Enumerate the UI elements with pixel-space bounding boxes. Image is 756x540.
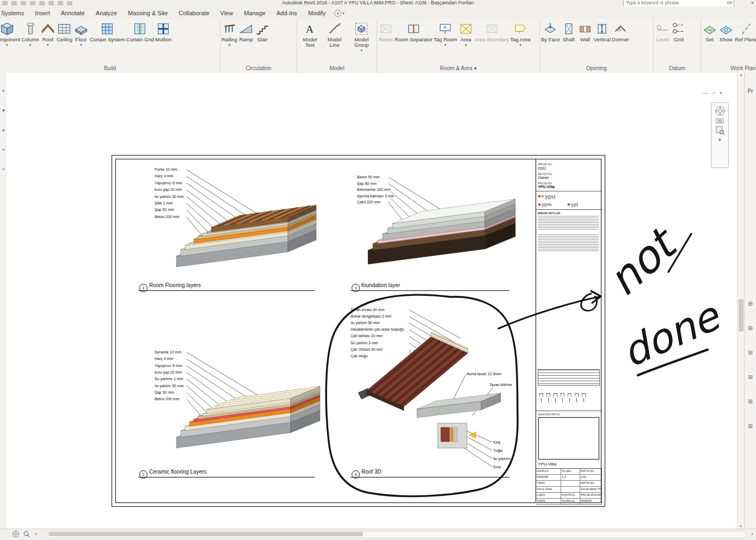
horizontal-scrollbar[interactable]: [46, 531, 746, 538]
qat-icon[interactable]: [39, 1, 45, 5]
scroll-left-icon[interactable]: ‹: [35, 530, 37, 537]
button-tag-room[interactable]: RTag Room▾: [433, 20, 458, 48]
qat-icon[interactable]: [21, 1, 26, 5]
button-model-line[interactable]: Model Line: [322, 20, 347, 48]
expand-plus-icon[interactable]: ⊞: [745, 374, 756, 380]
qat-icon[interactable]: [11, 1, 17, 5]
drawing-canvas[interactable]: — ▫ × 2D ▼ PROJE NO: 000: [7, 73, 737, 529]
button-shaft[interactable]: Shaft: [561, 20, 577, 42]
left-strip-glyph[interactable]: «: [0, 147, 7, 152]
left-strip-glyph[interactable]: ×: [0, 88, 7, 94]
button-level[interactable]: Level: [654, 20, 671, 42]
expand-plus-icon[interactable]: ⊞: [745, 301, 756, 307]
zoom-region-icon[interactable]: [715, 126, 725, 135]
button-by-face[interactable]: By Face: [540, 20, 561, 42]
qat-icon[interactable]: [30, 1, 35, 5]
vertical-scroll-thumb[interactable]: [739, 299, 743, 332]
tab-manage[interactable]: Manage: [238, 8, 271, 19]
tab-view[interactable]: View: [215, 8, 239, 19]
window-close-icon[interactable]: ×: [751, 0, 754, 5]
button-grid[interactable]: Grid: [671, 20, 687, 42]
button-component[interactable]: Component▾: [0, 20, 21, 48]
tab-annotate[interactable]: Annotate: [56, 8, 90, 19]
button-mullion[interactable]: Mullion: [155, 20, 172, 42]
button-column[interactable]: Column▾: [21, 20, 40, 48]
button-curtain-system[interactable]: Curtain System: [89, 20, 126, 42]
title-block-cell: KONTROL:: [561, 493, 580, 499]
qat-icon[interactable]: [2, 1, 8, 5]
panel-name-work-plane[interactable]: Work Plane: [701, 64, 756, 73]
scroll-up-icon[interactable]: ▲: [740, 73, 743, 77]
tab-massing-site[interactable]: Massing & Site: [122, 8, 173, 19]
tab-systems[interactable]: Systems: [0, 8, 29, 19]
button-set[interactable]: Set: [702, 20, 718, 42]
button-curtain-grid[interactable]: Curtain Grid: [126, 20, 155, 42]
material-label: Çatı tahtası 20 mm: [351, 334, 383, 338]
button-stair[interactable]: Stair: [254, 20, 271, 42]
expand-plus-icon[interactable]: ⊞: [745, 399, 756, 405]
button-roof[interactable]: Roof▾: [40, 20, 56, 48]
scroll-down-icon[interactable]: ▼: [739, 525, 742, 528]
material-label: Çatı oluğu: [351, 354, 368, 358]
button-show[interactable]: Show: [718, 20, 734, 42]
expand-plus-icon[interactable]: ⊞: [745, 350, 756, 356]
tab-insert[interactable]: Insert: [29, 8, 56, 19]
button-label: Level: [656, 37, 669, 42]
ribbon-state-toggle[interactable]: ▴▾: [334, 10, 345, 17]
left-strip-glyph[interactable]: «: [0, 166, 7, 172]
roof-icon: [40, 21, 56, 36]
view-minimize-icon[interactable]: —: [703, 90, 708, 96]
expand-plus-icon[interactable]: ⊞: [745, 325, 756, 331]
navbar-chevron-down-icon[interactable]: ▼: [718, 138, 722, 142]
button-room-separator[interactable]: Room Separator: [394, 20, 433, 42]
button-room[interactable]: Room: [378, 20, 394, 42]
button-dormer[interactable]: Dormer: [611, 20, 630, 42]
button-model-text[interactable]: AModel Text: [298, 20, 322, 48]
button-ceiling[interactable]: Ceiling: [56, 20, 73, 42]
binoculars-search-icon[interactable]: [727, 0, 733, 5]
button-area-boundary[interactable]: Area Boundary: [474, 20, 509, 42]
properties-collapsed-tab[interactable]: Pr: [745, 88, 756, 94]
sheet-a106[interactable]: PROJE NO: 0001 REVIZYON: Owner PROJE ADI…: [112, 155, 605, 507]
panel-name-opening[interactable]: Opening: [540, 64, 653, 73]
vertical-scrollbar[interactable]: ▲ ▼: [737, 73, 745, 529]
button-area[interactable]: Area▾: [458, 20, 474, 48]
button-floor[interactable]: Floor▾: [73, 20, 89, 48]
panel-name-build[interactable]: Build: [0, 64, 220, 73]
steering-wheel-status-icon[interactable]: [12, 530, 20, 538]
left-strip-glyph[interactable]: ▾: [0, 108, 7, 113]
tab-add-ins[interactable]: Add-Ins: [271, 8, 303, 19]
button-wall[interactable]: Wall: [577, 20, 593, 42]
zoom-status-icon[interactable]: [23, 530, 30, 538]
view-restore-icon[interactable]: ▫: [713, 90, 715, 96]
tab-modify[interactable]: Modify: [303, 8, 331, 19]
button-model-group[interactable]: Model Group▾: [347, 20, 377, 53]
steering-wheel-icon[interactable]: [715, 105, 726, 116]
quick-access-toolbar[interactable]: [2, 1, 72, 5]
button-ref-plane[interactable]: Ref Plane: [734, 20, 756, 42]
left-strip-glyph[interactable]: e: [0, 127, 7, 133]
button-label: Ramp: [239, 37, 253, 42]
panel-name-room-area[interactable]: Room & Area▾: [377, 64, 539, 73]
right-dock-strip[interactable]: Pr ⊞ ⊞ ⊞ ⊞ ⊞ ⊞: [744, 73, 756, 529]
view-cube-2d-badge[interactable]: 2D: [716, 119, 724, 123]
tab-analyze[interactable]: Analyze: [90, 8, 122, 19]
button-railing[interactable]: Railing▾: [221, 20, 238, 48]
left-dock-strip[interactable]: ×▾e««: [0, 73, 8, 529]
qat-icon[interactable]: [67, 1, 72, 5]
window-title: Autodesk Revit 2016 - A107 A YPU VILLA M…: [282, 0, 474, 5]
qat-icon[interactable]: [58, 1, 63, 5]
panel-name-circulation[interactable]: Circulation: [220, 64, 297, 73]
expand-plus-icon[interactable]: ⊞: [745, 423, 756, 429]
help-search-input[interactable]: [625, 0, 727, 6]
button-ramp[interactable]: Ramp: [238, 20, 254, 42]
button-tag-area[interactable]: Tag Area▾: [509, 20, 531, 48]
panel-name-datum[interactable]: Datum: [654, 64, 700, 73]
scroll-right-icon[interactable]: ›: [751, 530, 753, 537]
view-close-icon[interactable]: ×: [720, 90, 722, 96]
panel-name-model[interactable]: Model: [297, 64, 377, 73]
horizontal-scroll-thumb[interactable]: [48, 532, 363, 536]
qat-icon[interactable]: [48, 1, 54, 5]
tab-collaborate[interactable]: Collaborate: [173, 8, 214, 19]
button-vertical[interactable]: Vertical: [593, 20, 611, 42]
